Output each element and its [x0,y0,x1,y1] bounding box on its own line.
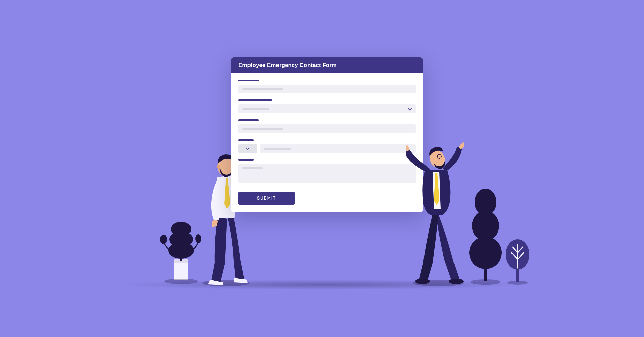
select-prefix[interactable] [238,144,257,153]
select-input[interactable] [238,104,416,113]
form-title: Employee Emergency Contact Form [231,57,423,73]
form-field-5 [238,159,416,183]
field-label [238,80,259,81]
svg-point-20 [469,237,502,269]
text-input[interactable] [238,85,416,93]
placeholder-line [242,108,269,110]
svg-point-5 [168,242,194,259]
text-input[interactable] [260,144,416,153]
form-field-4 [238,139,416,153]
field-label [238,159,254,161]
placeholder-line [242,167,263,169]
field-label [238,99,272,101]
plant-decoration-right-small [504,234,531,285]
chevron-down-icon [408,106,412,112]
form-field-3 [238,119,416,133]
svg-point-6 [160,235,167,244]
text-input[interactable] [238,124,416,133]
form-body: SUBMIT [231,73,423,212]
plant-decoration-right-large [467,184,504,285]
placeholder-line [242,88,283,90]
svg-point-2 [164,279,198,284]
svg-point-19 [472,211,499,241]
textarea-input[interactable] [238,164,416,183]
field-label [238,119,259,121]
svg-point-12 [415,279,430,284]
form-field-2 [238,99,416,113]
form-card: Employee Emergency Contact Form [231,57,423,212]
field-label [238,139,254,141]
submit-button[interactable]: SUBMIT [238,192,295,205]
form-field-1 [238,80,416,93]
person-illustration-right [406,138,470,286]
svg-point-13 [449,279,464,284]
placeholder-line [242,128,283,130]
svg-point-10 [217,165,220,169]
placeholder-line [264,148,291,150]
